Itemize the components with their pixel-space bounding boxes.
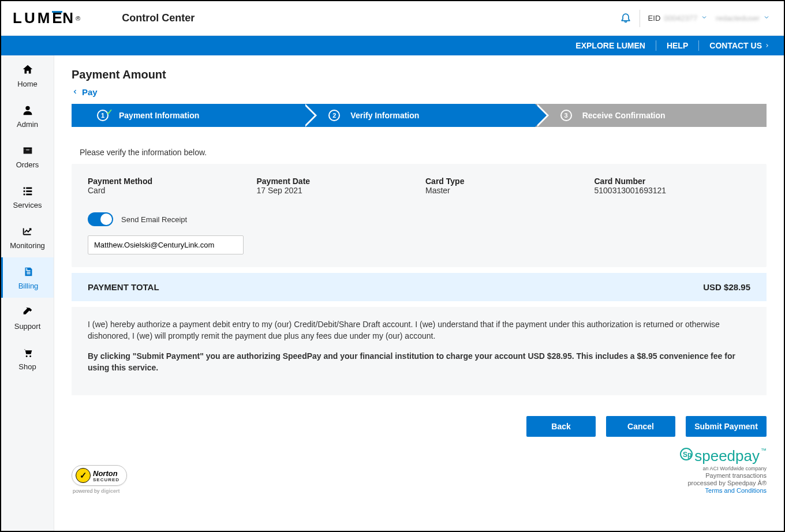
payment-total-label: PAYMENT TOTAL (88, 282, 159, 292)
svg-rect-5 (26, 190, 32, 192)
divider (698, 40, 699, 51)
top-header: LUMEN® Control Center EID 00042377 redac… (1, 1, 784, 36)
norton-secured: SECURED (93, 478, 119, 482)
card-type-label: Card Type (425, 177, 582, 186)
svg-rect-2 (23, 187, 25, 189)
payment-method-value: Card (88, 186, 244, 195)
sidebar-item-support[interactable]: Support (1, 298, 54, 338)
nav-label: Billing (18, 282, 39, 290)
nav-label: Home (17, 80, 38, 88)
payment-total-amount: USD $28.95 (703, 282, 750, 292)
contact-us-link[interactable]: CONTACT US (709, 41, 770, 50)
svg-text:Sp: Sp (683, 451, 691, 459)
sidebar-item-billing[interactable]: $ Billing (1, 257, 54, 298)
step-label: Payment Information (119, 111, 199, 120)
norton-powered-by: powered by digicert (73, 488, 120, 494)
speedpay-subtext: an ACI Worldwide company (703, 466, 767, 471)
sidebar-item-admin[interactable]: Admin (1, 96, 54, 136)
svg-rect-7 (26, 193, 32, 195)
email-input[interactable] (88, 235, 244, 254)
chevron-down-icon (701, 14, 708, 23)
card-number-label: Card Number (595, 177, 751, 186)
svg-rect-4 (23, 190, 25, 192)
nav-label: Admin (17, 120, 38, 129)
app-title: Control Center (122, 12, 195, 24)
svg-point-10 (29, 355, 31, 357)
svg-rect-3 (26, 187, 32, 189)
payment-date-label: Payment Date (257, 177, 413, 186)
eid-dropdown[interactable]: EID 00042377 (648, 14, 708, 23)
back-button[interactable]: Back (526, 416, 596, 437)
card-type-value: Master (425, 186, 582, 195)
nav-label: Orders (16, 160, 39, 169)
svg-point-0 (25, 106, 29, 110)
sidebar-item-services[interactable]: Services (1, 177, 54, 217)
divider (656, 40, 656, 51)
submit-payment-button[interactable]: Submit Payment (686, 416, 767, 437)
eid-value: 00042377 (664, 14, 697, 23)
eid-label: EID (648, 14, 661, 23)
svg-rect-6 (23, 193, 25, 195)
explore-lumen-link[interactable]: EXPLORE LUMEN (575, 41, 645, 50)
user-name: redacteduser (716, 14, 760, 23)
step-label: Verify Information (350, 111, 419, 120)
auth-paragraph-1: I (we) hereby authorize a payment debit … (88, 319, 750, 342)
step-receive-confirmation: 3 Receive Confirmation (535, 104, 767, 127)
sidebar-item-monitoring[interactable]: Monitoring (1, 217, 54, 257)
footer: ✓ Norton SECURED powered by digicert Sp … (72, 447, 767, 499)
sidebar-item-shop[interactable]: Shop (1, 338, 54, 379)
notifications-icon[interactable] (620, 12, 631, 25)
sidebar-item-orders[interactable]: Orders (1, 136, 54, 177)
payment-date-value: 17 Sep 2021 (257, 186, 413, 195)
send-email-label: Send Email Receipt (121, 215, 187, 224)
auth-paragraph-2: By clicking "Submit Payment" you are aut… (88, 350, 750, 374)
lumen-logo: LUMEN® (13, 9, 80, 27)
footer-line-2: processed by Speedpay Â® (687, 479, 767, 486)
nav-label: Shop (18, 362, 36, 371)
main-content: Payment Amount Pay 1 Payment Information… (54, 55, 784, 531)
speedpay-logo: Sp speedpay™ (679, 447, 767, 465)
breadcrumb-back[interactable]: Pay (72, 87, 98, 97)
chevron-right-icon (764, 41, 770, 50)
explore-nav-bar: EXPLORE LUMEN HELP CONTACT US (1, 36, 784, 55)
button-row: Back Cancel Submit Payment (72, 416, 767, 437)
sidebar-item-home[interactable]: Home (1, 55, 54, 96)
norton-badge[interactable]: ✓ Norton SECURED powered by digicert (72, 465, 127, 494)
breadcrumb-label: Pay (82, 87, 98, 97)
help-link[interactable]: HELP (667, 41, 688, 50)
divider (640, 10, 640, 27)
step-verify-information[interactable]: 2 Verify Information (303, 104, 534, 127)
authorization-text: I (we) hereby authorize a payment debit … (72, 307, 767, 395)
speedpay-section: Sp speedpay™ an ACI Worldwide company Pa… (679, 447, 767, 494)
nav-label: Support (14, 322, 41, 331)
user-dropdown[interactable]: redacteduser (716, 14, 770, 23)
nav-label: Monitoring (10, 241, 45, 250)
card-number-value: 5100313001693121 (595, 186, 751, 195)
verify-prompt: Please verify the information below. (80, 148, 767, 157)
terms-link[interactable]: Terms and Conditions (705, 487, 767, 494)
send-email-toggle[interactable] (88, 212, 113, 226)
chevron-down-icon (763, 14, 770, 23)
payment-total-bar: PAYMENT TOTAL USD $28.95 (72, 273, 767, 301)
cancel-button[interactable]: Cancel (606, 416, 675, 437)
payment-method-label: Payment Method (88, 177, 244, 186)
checkmark-icon: ✓ (76, 468, 91, 483)
footer-line-1: Payment transactions (705, 472, 767, 479)
step-label: Receive Confirmation (582, 111, 666, 120)
chevron-left-icon (72, 87, 78, 97)
svg-text:$: $ (25, 268, 27, 271)
step-payment-information[interactable]: 1 Payment Information (72, 104, 303, 127)
progress-steps: 1 Payment Information 2 Verify Informati… (72, 104, 767, 127)
page-title: Payment Amount (72, 68, 767, 81)
nav-label: Services (13, 201, 42, 209)
sidebar: Home Admin Orders Services Monitoring $ … (1, 55, 54, 531)
info-card: Payment Method Card Payment Date 17 Sep … (72, 164, 767, 267)
svg-rect-1 (26, 149, 29, 151)
svg-point-9 (25, 355, 27, 357)
